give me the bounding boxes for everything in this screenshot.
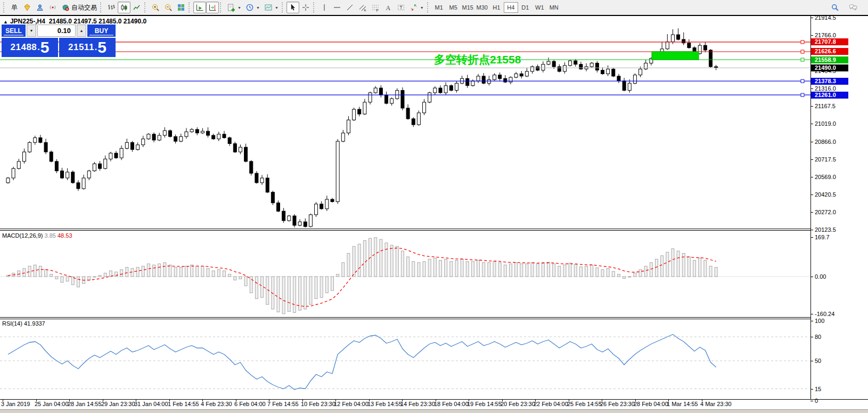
hline-button[interactable]	[331, 2, 343, 13]
time-tick-mark	[436, 399, 436, 401]
time-label: 19 Feb 14:55	[467, 401, 502, 407]
trendline-button[interactable]	[343, 2, 356, 13]
profile-icon	[36, 3, 44, 12]
chat-button[interactable]	[847, 2, 859, 13]
sell-price-display[interactable]: 21488 . 5	[2, 38, 58, 57]
fibonacci-button[interactable]: F	[369, 2, 382, 13]
vline-icon	[320, 3, 329, 12]
rsi-label: RSI(14) 41.9337	[2, 320, 45, 327]
volume-increase-button[interactable]: ▲	[77, 25, 86, 37]
candlestick-button[interactable]	[118, 2, 130, 13]
channel-icon: E	[358, 3, 367, 12]
volume-input[interactable]	[37, 25, 76, 37]
text-icon: A	[384, 3, 392, 12]
price-tick: 20272.0	[815, 209, 836, 215]
periods-button[interactable]: ▼	[243, 2, 262, 13]
line-chart-button[interactable]	[130, 2, 143, 13]
level-handle[interactable]	[801, 58, 804, 61]
candlestick-icon	[120, 3, 128, 12]
chat-icon	[849, 3, 857, 12]
level-handle[interactable]	[801, 41, 804, 44]
auto-scroll-button[interactable]	[193, 2, 206, 13]
search-button[interactable]	[829, 2, 841, 13]
timeframe-h4[interactable]: H4	[504, 2, 518, 13]
zoom-in-button[interactable]	[149, 2, 162, 13]
arrows-button[interactable]: ▼	[407, 2, 426, 13]
rsi-axis-tick: 0	[815, 398, 818, 404]
macd-axis-tick: 169.7	[815, 234, 830, 240]
price-tick-mark	[810, 212, 813, 213]
vline-button[interactable]	[318, 2, 331, 13]
gem-button[interactable]	[21, 2, 34, 13]
bar-chart-icon	[107, 3, 116, 12]
autotrade-icon	[61, 3, 70, 12]
toolbar-grip	[427, 2, 430, 13]
cursor-button[interactable]	[286, 2, 299, 13]
zoom-out-button[interactable]	[162, 2, 175, 13]
buy-button[interactable]: BUY	[87, 25, 116, 37]
level-handle[interactable]	[801, 50, 804, 53]
rsi-name: RSI(14)	[2, 320, 22, 327]
new-order-button[interactable]: 单	[8, 2, 21, 13]
tile-windows-icon	[177, 3, 185, 12]
timeframe-d1[interactable]: D1	[518, 2, 533, 13]
sell-button[interactable]: SELL	[2, 25, 26, 37]
autotrade-button[interactable]: 自动交易	[59, 2, 99, 13]
indicators-button[interactable]: ▼	[225, 2, 243, 13]
chart-shift-button[interactable]	[206, 2, 219, 13]
buy-price-display[interactable]: 21511 . 5	[59, 38, 116, 57]
level-handle[interactable]	[801, 93, 804, 96]
buy-price-frac: 5	[97, 39, 107, 55]
tile-windows-button[interactable]	[175, 2, 187, 13]
supply-zone-rectangle[interactable]	[652, 52, 699, 60]
timeframe-m30[interactable]: M30	[475, 2, 489, 13]
rsi-line	[8, 335, 716, 390]
crosshair-button[interactable]	[299, 2, 312, 13]
pivot-annotation[interactable]: 多空转折点21558	[434, 53, 521, 66]
svg-text:T: T	[399, 5, 402, 10]
price-level-badge: 21261.0	[811, 92, 848, 99]
time-tick-mark	[169, 399, 170, 401]
price-tick: 20866.0	[815, 139, 836, 145]
timeframe-m1[interactable]: M1	[432, 2, 446, 13]
hline-icon	[333, 3, 341, 12]
terminal-window: 单自动交易▼▼▼EFAT▼M1M5M15M30H1H4D1W1MN 多空转折点2…	[0, 0, 868, 413]
timeframe-m15[interactable]: M15	[461, 2, 475, 13]
toolbar-right	[829, 2, 866, 13]
timeframe-m5[interactable]: M5	[446, 2, 461, 13]
macd-axis-tick: 0.00	[815, 273, 826, 280]
timeframe-h1[interactable]: H1	[489, 2, 504, 13]
templates-button[interactable]: ▼	[262, 2, 281, 13]
sell-price-frac: 5	[40, 39, 50, 55]
level-handle[interactable]	[801, 79, 804, 83]
timeframe-w1[interactable]: W1	[533, 2, 547, 13]
price-tick-mark	[810, 35, 813, 36]
signal-button[interactable]	[46, 2, 59, 13]
pane-splitter-macd[interactable]	[0, 229, 810, 231]
price-tick-mark	[810, 195, 813, 195]
pane-splitter-rsi[interactable]	[0, 317, 810, 319]
auto-scroll-icon	[195, 3, 204, 12]
profile-button[interactable]	[34, 2, 46, 13]
macd-tick-mark	[810, 314, 813, 314]
price-level-badge: 21558.9	[811, 56, 848, 63]
volume-decrease-button[interactable]: ▼	[27, 25, 36, 37]
price-tick-mark	[810, 106, 813, 107]
time-label: 28 Jan 14:55	[68, 401, 102, 407]
time-label: 26 Feb 23:30	[600, 401, 635, 407]
chevron-down-icon[interactable]: ▼	[420, 6, 424, 10]
sell-price-sep: .	[37, 43, 39, 52]
bar-chart-button[interactable]	[105, 2, 118, 13]
chevron-down-icon[interactable]: ▼	[238, 6, 241, 10]
chevron-down-icon[interactable]: ▼	[275, 6, 279, 10]
text-button[interactable]: A	[382, 2, 395, 13]
sell-price-main: 21488	[11, 42, 37, 53]
collapse-marker-icon[interactable]: ▲	[3, 19, 8, 25]
channel-button[interactable]: E	[356, 2, 369, 13]
chevron-down-icon[interactable]: ▼	[256, 6, 260, 10]
price-tick: 20420.5	[815, 191, 836, 198]
text-label-button[interactable]: T	[395, 2, 407, 13]
time-label: 14 Feb 23:30	[400, 401, 435, 407]
timeframe-mn[interactable]: MN	[547, 2, 561, 13]
price-chart-canvas[interactable]: 多空转折点21558	[0, 16, 810, 399]
